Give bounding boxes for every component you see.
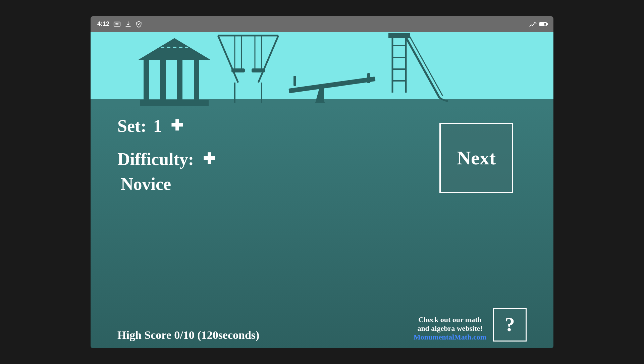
difficulty-label: Difficulty: [117, 149, 194, 169]
bottom-right: Check out our math and algebra website! … [414, 308, 527, 342]
svg-rect-39 [389, 34, 409, 37]
svg-rect-13 [178, 59, 182, 103]
svg-rect-2 [116, 23, 117, 24]
status-bar: 4:12 [91, 16, 553, 32]
help-icon: ? [505, 313, 515, 336]
left-panel: Set: 1 ✚ Difficulty: ✚ Novic [117, 116, 439, 194]
difficulty-plus-icon: ✚ [203, 152, 215, 166]
high-score: High Score 0/10 (120seconds) [117, 329, 259, 342]
website-prompt-1: Check out our math [414, 315, 486, 324]
shield-icon [136, 21, 142, 28]
set-value: 1 [153, 116, 162, 136]
playground-scene [91, 32, 553, 106]
playground-svg [91, 32, 553, 106]
difficulty-value: Novice [121, 174, 171, 194]
svg-rect-31 [293, 76, 296, 86]
help-button[interactable]: ? [493, 308, 527, 342]
download-icon [125, 21, 131, 28]
game-controls: Set: 1 ✚ Difficulty: ✚ Novic [117, 116, 527, 194]
device-frame: 4:12 [91, 16, 553, 348]
difficulty-plus-button[interactable]: ✚ [201, 151, 217, 167]
battery-icon [539, 22, 547, 26]
set-plus-button[interactable]: ✚ [169, 117, 185, 134]
svg-rect-0 [114, 22, 120, 26]
svg-rect-4 [119, 23, 119, 24]
svg-rect-5 [115, 24, 116, 25]
status-left: 4:12 [97, 20, 142, 28]
svg-rect-12 [161, 59, 165, 103]
right-panel: Next [439, 116, 527, 193]
app-content: Set: 1 ✚ Difficulty: ✚ Novic [91, 32, 553, 348]
svg-rect-14 [195, 59, 199, 103]
game-area: Set: 1 ✚ Difficulty: ✚ Novic [91, 106, 553, 348]
next-button-label: Next [457, 147, 496, 169]
next-button[interactable]: Next [439, 123, 513, 193]
svg-rect-1 [115, 23, 116, 24]
keyboard-icon [113, 20, 121, 28]
time-display: 4:12 [97, 20, 109, 28]
difficulty-row: Difficulty: ✚ [117, 149, 439, 169]
svg-rect-11 [144, 59, 148, 103]
bottom-bar: High Score 0/10 (120seconds) Check out o… [91, 308, 553, 342]
svg-rect-15 [141, 101, 208, 105]
svg-rect-3 [117, 23, 118, 24]
signal-icon [529, 20, 537, 28]
website-info: Check out our math and algebra website! … [414, 315, 486, 342]
svg-rect-32 [367, 73, 370, 83]
svg-rect-7 [119, 24, 119, 25]
set-label: Set: [117, 116, 147, 136]
status-right [529, 20, 547, 28]
svg-rect-6 [116, 24, 118, 25]
set-row: Set: 1 ✚ [117, 116, 439, 136]
set-plus-icon: ✚ [171, 118, 183, 133]
svg-rect-25 [252, 69, 264, 72]
website-url[interactable]: MonumentalMath.com [414, 333, 486, 342]
svg-rect-22 [232, 69, 244, 72]
website-prompt-2: and algebra website! [414, 324, 486, 333]
difficulty-value-row: Novice [117, 174, 439, 194]
